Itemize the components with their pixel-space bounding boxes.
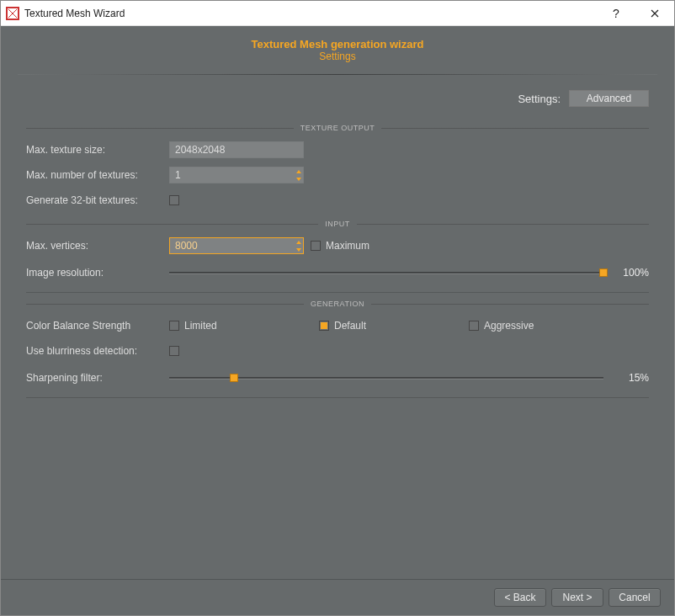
slider-handle[interactable] bbox=[599, 268, 608, 277]
row-max-vertices: Max. vertices: 8000 Maximum bbox=[26, 233, 649, 258]
option-aggressive[interactable]: Aggressive bbox=[469, 320, 612, 332]
row-blurriness: Use blurriness detection: bbox=[26, 338, 649, 364]
section-generation: GENERATION Color Balance Strength Limite… bbox=[26, 300, 649, 398]
label-sharpening: Sharpening filter: bbox=[26, 372, 169, 384]
section-title-text: TEXTURE OUTPUT bbox=[300, 124, 375, 132]
window-title: Textured Mesh Wizard bbox=[24, 8, 597, 19]
page-subtitle: Settings bbox=[1, 50, 674, 62]
page-title: Textured Mesh generation wizard bbox=[1, 38, 674, 50]
spinner-max-textures[interactable]: 1 bbox=[169, 167, 304, 183]
spinner-arrows[interactable] bbox=[294, 167, 304, 183]
slider-handle[interactable] bbox=[230, 374, 238, 382]
section-input: INPUT Max. vertices: 8000 bbox=[26, 220, 649, 293]
input-max-texture-size[interactable]: 2048x2048 bbox=[169, 141, 304, 158]
row-color-balance: Color Balance Strength Limited Default bbox=[26, 313, 649, 338]
back-button[interactable]: < Back bbox=[494, 588, 546, 607]
row-max-textures: Max. number of textures: 1 bbox=[26, 162, 649, 188]
section-header: GENERATION bbox=[26, 300, 649, 308]
row-max-texture-size: Max. texture size: 2048x2048 bbox=[26, 137, 649, 162]
option-default[interactable]: Default bbox=[319, 320, 462, 332]
help-button[interactable]: ? bbox=[597, 1, 635, 26]
spinner-max-vertices[interactable]: 8000 bbox=[169, 237, 304, 254]
settings-mode-dropdown[interactable]: Advanced bbox=[569, 90, 649, 107]
checkbox-blurriness[interactable] bbox=[169, 346, 179, 356]
section-title-text: INPUT bbox=[325, 220, 350, 228]
label-maximum: Maximum bbox=[326, 240, 369, 252]
spinner-arrows[interactable] bbox=[294, 237, 304, 254]
row-sharpening: Sharpening filter: 15% bbox=[26, 364, 649, 392]
label-blurriness: Use blurriness detection: bbox=[26, 345, 169, 357]
checkbox-maximum[interactable] bbox=[311, 241, 321, 251]
client-area: Textured Mesh generation wizard Settings… bbox=[1, 26, 674, 615]
slider-image-resolution[interactable] bbox=[169, 266, 603, 279]
row-gen-32bit: Generate 32-bit textures: bbox=[26, 188, 649, 213]
label-color-balance: Color Balance Strength bbox=[26, 320, 169, 332]
label-max-textures: Max. number of textures: bbox=[26, 169, 169, 181]
section-title-text: GENERATION bbox=[311, 300, 364, 308]
value-sharpening: 15% bbox=[603, 372, 649, 384]
option-limited[interactable]: Limited bbox=[169, 320, 312, 332]
label-max-vertices: Max. vertices: bbox=[26, 240, 169, 252]
checkbox-gen-32bit[interactable] bbox=[169, 195, 179, 205]
row-image-resolution: Image resolution: 100% bbox=[26, 258, 649, 287]
section-texture-output: TEXTURE OUTPUT Max. texture size: 2048x2… bbox=[26, 124, 649, 213]
titlebar: Textured Mesh Wizard ? bbox=[1, 1, 674, 26]
next-button[interactable]: Next > bbox=[551, 588, 603, 607]
wizard-window: Textured Mesh Wizard ? Textured Mesh gen… bbox=[0, 0, 675, 616]
settings-mode-row: Settings: Advanced bbox=[26, 75, 649, 117]
close-button[interactable] bbox=[635, 1, 674, 26]
settings-mode-value: Advanced bbox=[587, 93, 631, 104]
settings-label: Settings: bbox=[518, 93, 561, 105]
section-header: INPUT bbox=[26, 220, 649, 228]
label-max-texture-size: Max. texture size: bbox=[26, 144, 169, 156]
checkbox-icon bbox=[469, 321, 479, 331]
checkbox-icon bbox=[169, 321, 179, 331]
label-image-resolution: Image resolution: bbox=[26, 267, 169, 279]
form-body: Settings: Advanced TEXTURE OUTPUT Max. t… bbox=[1, 75, 674, 579]
value-image-resolution: 100% bbox=[603, 267, 649, 279]
cancel-button[interactable]: Cancel bbox=[609, 588, 661, 607]
page-header: Textured Mesh generation wizard Settings bbox=[1, 26, 674, 69]
app-icon bbox=[6, 7, 19, 20]
checkbox-icon bbox=[319, 321, 329, 331]
section-header: TEXTURE OUTPUT bbox=[26, 124, 649, 132]
footer: < Back Next > Cancel bbox=[1, 579, 674, 615]
slider-sharpening[interactable] bbox=[169, 371, 603, 385]
label-gen-32bit: Generate 32-bit textures: bbox=[26, 194, 169, 206]
